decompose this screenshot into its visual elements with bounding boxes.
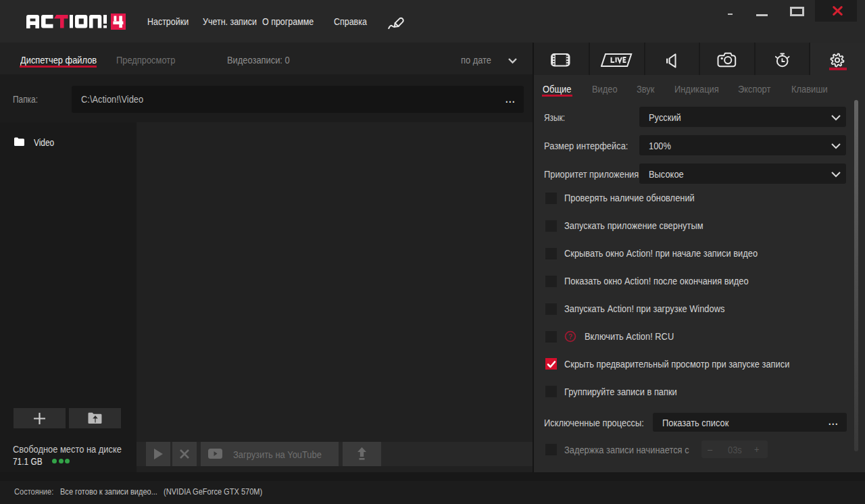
svg-text:?: ? — [568, 332, 572, 341]
